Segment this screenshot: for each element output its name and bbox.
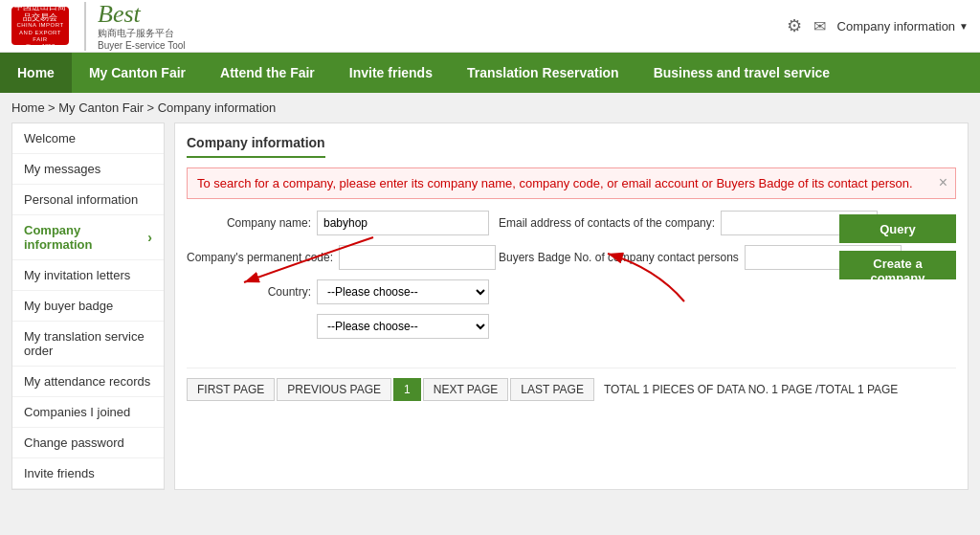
sidebar-item-personal-info[interactable]: Personal information [12, 185, 164, 215]
query-button[interactable]: Query [839, 214, 956, 243]
region-select[interactable]: --Please choose-- [317, 314, 489, 339]
page-info: TOTAL 1 PIECES OF DATA NO. 1 PAGE /TOTAL… [604, 383, 898, 396]
form-left: Company name: Company's permanent code: … [187, 211, 489, 348]
sidebar-item-welcome[interactable]: Welcome [12, 123, 164, 154]
permanent-code-label: Company's permanent code: [187, 251, 333, 264]
sidebar-item-my-messages[interactable]: My messages [12, 154, 164, 185]
form-main-row: Company name: Company's permanent code: … [187, 211, 956, 348]
company-name-input[interactable] [317, 211, 489, 235]
email-row: Email address of contacts of the company… [499, 211, 830, 235]
country-select[interactable]: --Please choose-- [317, 279, 489, 304]
main-nav: Home My Canton Fair Attend the Fair Invi… [0, 53, 980, 93]
settings-icon[interactable]: ⚙ [787, 15, 802, 36]
main-layout: Welcome My messages Personal information… [0, 123, 980, 502]
nav-item-my-canton-fair[interactable]: My Canton Fair [72, 53, 203, 93]
next-page-btn[interactable]: NEXT PAGE [423, 378, 509, 401]
header-right: ⚙ ✉ Company information ▼ [787, 15, 969, 36]
nav-item-home[interactable]: Home [0, 53, 72, 93]
sidebar: Welcome My messages Personal information… [11, 123, 165, 490]
breadcrumb-my-canton-fair[interactable]: My Canton Fair [58, 100, 144, 115]
sidebar-item-translation-service[interactable]: My translation service order [12, 322, 164, 367]
last-page-btn[interactable]: LAST PAGE [510, 378, 594, 401]
nav-item-attend-the-fair[interactable]: Attend the Fair [203, 53, 332, 93]
breadcrumb: Home > My Canton Fair > Company informat… [0, 93, 980, 123]
country-label: Country: [187, 285, 311, 299]
best-logo: Best 购商电子服务平台 Buyer E-service Tool [84, 2, 186, 51]
first-page-btn[interactable]: FIRST PAGE [187, 378, 275, 401]
header: 中国进出口商品交易会 CHINA IMPORT AND EXPORT FAIR … [0, 0, 980, 53]
breadcrumb-home[interactable]: Home [11, 100, 45, 115]
nav-item-translation-reservation[interactable]: Translation Reservation [450, 53, 636, 93]
buyers-badge-label: Buyers Badge No. of company contact pers… [499, 251, 739, 264]
sidebar-item-invitation-letters[interactable]: My invitation letters [12, 260, 164, 291]
breadcrumb-current: Company information [158, 100, 277, 115]
current-page-btn[interactable]: 1 [393, 378, 421, 401]
email-label: Email address of contacts of the company… [499, 216, 715, 230]
permanent-code-row: Company's permanent code: [187, 245, 489, 270]
sidebar-item-attendance-records[interactable]: My attendance records [12, 367, 164, 397]
form-actions: Query Create a company [839, 211, 956, 348]
company-info-header-btn[interactable]: Company information ▼ [837, 19, 969, 33]
nav-item-invite-friends[interactable]: Invite friends [332, 53, 450, 93]
form-right: Email address of contacts of the company… [499, 211, 830, 348]
sidebar-item-company-info[interactable]: Company information › [12, 215, 164, 260]
sidebar-item-companies-joined[interactable]: Companies I joined [12, 397, 164, 428]
alert-banner: To search for a company, please enter it… [187, 167, 956, 199]
nav-item-business-travel[interactable]: Business and travel service [636, 53, 847, 93]
company-name-row: Company name: [187, 211, 489, 235]
country-row: Country: --Please choose-- [187, 279, 489, 304]
content-area: Company information To search for a comp… [174, 123, 969, 490]
sidebar-item-buyer-badge[interactable]: My buyer badge [12, 291, 164, 322]
alert-close-btn[interactable]: × [939, 174, 947, 191]
content-title: Company information [187, 135, 325, 158]
logo-area: 中国进出口商品交易会 CHINA IMPORT AND EXPORT FAIR … [11, 2, 186, 51]
create-company-button[interactable]: Create a company [839, 251, 956, 279]
active-arrow-icon: › [147, 230, 152, 245]
region-row: --Please choose-- [187, 314, 489, 339]
mail-icon[interactable]: ✉ [813, 17, 826, 35]
pagination: FIRST PAGE PREVIOUS PAGE 1 NEXT PAGE LAS… [187, 368, 956, 401]
permanent-code-input[interactable] [339, 245, 496, 270]
sidebar-item-change-password[interactable]: Change password [12, 428, 164, 458]
sidebar-item-invite-friends[interactable]: Invite friends [12, 458, 164, 489]
canton-fair-logo: 中国进出口商品交易会 CHINA IMPORT AND EXPORT FAIR … [11, 7, 69, 45]
caret-icon: ▼ [959, 21, 969, 32]
search-form-container: Company name: Company's permanent code: … [187, 211, 956, 348]
buyers-badge-row: Buyers Badge No. of company contact pers… [499, 245, 830, 270]
prev-page-btn[interactable]: PREVIOUS PAGE [277, 378, 391, 401]
company-name-label: Company name: [187, 216, 311, 230]
